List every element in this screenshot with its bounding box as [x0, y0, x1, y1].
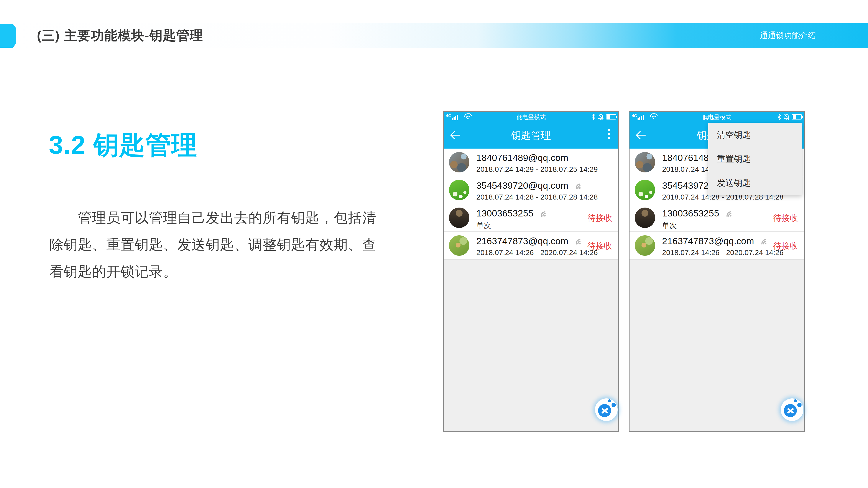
- bluetooth-icon: [591, 113, 596, 120]
- key-status-badge: 待接收: [773, 204, 798, 232]
- status-right-icons: [591, 113, 616, 121]
- key-list-item[interactable]: 13003653255单次待接收: [444, 204, 618, 232]
- fab-disc: [598, 404, 611, 417]
- key-list-item[interactable]: 13003653255单次待接收: [629, 204, 804, 232]
- key-status-badge: 待接收: [587, 232, 612, 260]
- broadcast-icon: [572, 181, 581, 190]
- bell-muted-icon: [783, 113, 790, 120]
- key-validity-period: 单次: [476, 221, 547, 231]
- page-title: 3.2 钥匙管理: [49, 128, 197, 163]
- touch-unlock-fab[interactable]: [781, 398, 803, 421]
- key-recipient: 2163747873@qq.com: [476, 236, 568, 247]
- fab-dot-big: [797, 403, 802, 407]
- key-validity-period: 单次: [662, 221, 732, 231]
- broadcast-icon: [537, 209, 547, 217]
- battery-fill: [607, 115, 610, 119]
- overflow-dropdown-menu: 清空钥匙重置钥匙发送钥匙: [708, 123, 802, 195]
- key-list: 1840761489@qq.com2018.07.24 14:29 - 2018…: [444, 149, 618, 260]
- fab-disc: [784, 404, 797, 417]
- key-validity-period: 2018.07.24 14:28 - 2018.07.28 14:28: [476, 193, 598, 201]
- key-name-line: 2163747873@qq.com: [662, 235, 783, 247]
- key-recipient: 3545439720@qq.com: [476, 180, 568, 191]
- key-status-badge: 待接收: [587, 204, 612, 232]
- key-name-line: 2163747873@qq.com: [476, 235, 598, 247]
- avatar: [449, 180, 469, 200]
- key-info: 13003653255单次: [476, 207, 547, 231]
- menu-item[interactable]: 重置钥匙: [708, 147, 802, 171]
- key-info: 2163747873@qq.com2018.07.24 14:26 - 2020…: [476, 235, 598, 257]
- key-list-item[interactable]: 2163747873@qq.com2018.07.24 14:26 - 2020…: [444, 232, 618, 260]
- fab-dot-small: [794, 399, 797, 402]
- key-name-line: 13003653255: [662, 207, 732, 219]
- key-name-line: 1840761489@qq.com: [476, 152, 598, 164]
- status-bar: 4G低电量模式: [444, 112, 618, 122]
- key-recipient: 2163747873@qq.com: [662, 236, 754, 247]
- key-status-badge: 待接收: [773, 232, 798, 260]
- key-name-line: 3545439720@qq.com: [476, 180, 598, 192]
- avatar: [635, 235, 655, 256]
- key-info: 2163747873@qq.com2018.07.24 14:26 - 2020…: [662, 235, 783, 257]
- key-list-item[interactable]: 2163747873@qq.com2018.07.24 14:26 - 2020…: [629, 232, 804, 260]
- body-line: 看钥匙的开锁记录。: [50, 258, 410, 285]
- key-validity-period: 2018.07.24 14:26 - 2020.07.24 14:26: [662, 248, 783, 257]
- bell-muted-icon: [598, 113, 604, 120]
- touch-unlock-fab[interactable]: [595, 398, 618, 421]
- status-right-icons: [777, 113, 802, 121]
- key-validity-period: 2018.07.24 14:29 - 2018.07.25 14:29: [476, 165, 598, 173]
- key-recipient: 13003653255: [476, 208, 533, 219]
- key-info: 1840761489@qq.com2018.07.24 14:29 - 2018…: [476, 152, 598, 173]
- nav-title: 钥匙管理: [444, 122, 618, 149]
- nav-bar: 钥匙管理: [444, 122, 618, 149]
- menu-item[interactable]: 清空钥匙: [708, 123, 802, 147]
- avatar: [635, 207, 655, 228]
- section-title: (三) 主要功能模块-钥匙管理: [37, 23, 203, 48]
- key-validity-period: 2018.07.24 14:26 - 2020.07.24 14:26: [476, 248, 598, 257]
- body-line: 管理员可以管理自己发出去的所有钥匙，包括清: [50, 204, 410, 231]
- broadcast-icon: [757, 237, 767, 245]
- key-recipient: 1840761489@qq.com: [476, 153, 568, 163]
- menu-dot: [608, 129, 610, 131]
- key-list-item[interactable]: 1840761489@qq.com2018.07.24 14:29 - 2018…: [444, 149, 618, 176]
- menu-dot: [608, 133, 610, 135]
- deck-title: 通通锁功能介绍: [760, 23, 816, 48]
- body-paragraph: 管理员可以管理自己发出去的所有钥匙，包括清 除钥匙、重置钥匙、发送钥匙、调整钥匙…: [50, 204, 410, 285]
- phone-screenshot-key-list-menu-open: 4G低电量模式钥匙管理1840761489@qq.com2018.07.24 1…: [629, 111, 805, 432]
- broadcast-icon: [723, 209, 732, 217]
- avatar: [449, 235, 469, 256]
- key-info: 13003653255单次: [662, 207, 732, 231]
- battery-nub: [616, 116, 617, 118]
- slide: (三) 主要功能模块-钥匙管理 通通锁功能介绍 3.2 钥匙管理 管理员可以管理…: [0, 0, 868, 488]
- broadcast-icon: [572, 237, 581, 245]
- avatar: [635, 180, 655, 200]
- battery-icon: [792, 114, 802, 120]
- phone-header-bar: 4G低电量模式钥匙管理: [444, 112, 618, 149]
- body-line: 除钥匙、重置钥匙、发送钥匙、调整钥匙有效期、查: [50, 231, 410, 258]
- battery-nub: [802, 116, 803, 118]
- key-info: 3545439720@qq.com2018.07.24 14:28 - 2018…: [476, 180, 598, 201]
- avatar: [449, 207, 469, 228]
- phone-screenshot-key-list: 4G低电量模式钥匙管理1840761489@qq.com2018.07.24 1…: [443, 111, 619, 432]
- status-bar: 4G低电量模式: [629, 112, 804, 122]
- overflow-menu-button[interactable]: [608, 129, 610, 139]
- bluetooth-icon: [777, 113, 781, 120]
- key-list-item[interactable]: 3545439720@qq.com2018.07.24 14:28 - 2018…: [444, 176, 618, 204]
- key-name-line: 13003653255: [476, 207, 547, 219]
- brand-chip: [0, 24, 16, 48]
- fab-dot-big: [612, 403, 616, 407]
- menu-dot: [608, 137, 610, 139]
- menu-item[interactable]: 发送钥匙: [708, 171, 802, 195]
- battery-icon: [606, 114, 616, 120]
- battery-fill: [793, 115, 796, 119]
- avatar: [449, 152, 469, 172]
- avatar: [635, 152, 655, 172]
- key-recipient: 13003653255: [662, 208, 719, 219]
- fab-dot-small: [608, 399, 611, 402]
